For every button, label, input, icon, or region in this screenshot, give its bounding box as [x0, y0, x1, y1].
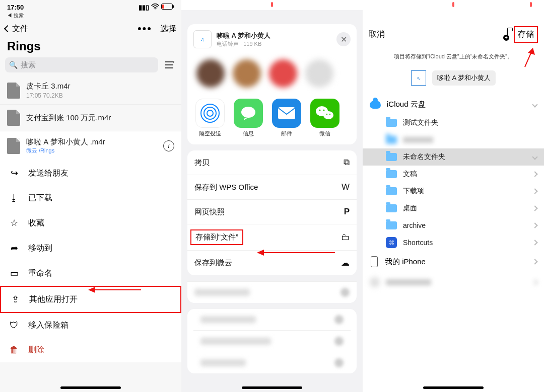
option-save-to-files[interactable]: 存储到“文件” 🗀 [187, 224, 357, 250]
back-button[interactable]: 文件 [5, 24, 28, 34]
app-label: 隔空投送 [195, 130, 225, 137]
action-open-with[interactable]: ⇪ 其他应用打开 [0, 286, 181, 313]
action-label: 删除 [28, 345, 44, 355]
folder-row[interactable]: 下载项 [363, 183, 544, 200]
folder-label: Shortcuts [403, 239, 433, 247]
option-weiyun[interactable]: 保存到微云 ☁ [187, 250, 357, 275]
chevron-right-icon [532, 222, 537, 228]
file-row[interactable]: 支付宝到账 100 万元.m4r [0, 104, 181, 131]
cloud-icon: ☁ [341, 258, 350, 268]
save-header: 取消 + 存储 [363, 18, 544, 51]
chevron-down-icon [532, 102, 537, 107]
share-card: ♫ 哆啦 A 梦和小黄人 电话铃声 · 119 KB ✕ 隔空投送 [187, 24, 357, 144]
svg-point-12 [323, 111, 333, 119]
save-button[interactable]: 存储 [514, 26, 538, 43]
file-row[interactable]: 皮卡丘 3.m4r 17:05 70.2KB [0, 76, 181, 104]
chevron-right-icon [532, 171, 537, 177]
contact-avatar[interactable] [269, 59, 297, 88]
app-mail[interactable]: 邮件 [272, 99, 301, 137]
folder-row[interactable]: 桌面 [363, 200, 544, 217]
save-to-files-panel: 取消 + 存储 项目将存储到“iCloud 云盘”上的“未命名文件夹”。 ∿ 哆… [363, 0, 544, 392]
file-name: 哆啦 A 梦和小黄人 .m4r [26, 137, 157, 147]
status-indicator [271, 2, 273, 7]
app-airdrop[interactable]: 隔空投送 [195, 99, 225, 137]
option-label: 网页快照 [194, 207, 225, 217]
app-label: 信息 [234, 130, 263, 137]
copy-icon: ⧉ [344, 158, 350, 168]
ringtone-file-icon: ♫ [193, 30, 212, 48]
folder-row[interactable]: archive [363, 217, 544, 234]
folder-icon [386, 204, 397, 212]
location-obscured[interactable] [363, 272, 544, 292]
svg-point-9 [241, 107, 255, 118]
option-wps[interactable]: 保存到 WPS Office W [187, 175, 357, 199]
share-apps-row: 隔空投送 信息 邮件 微信 [187, 97, 357, 144]
action-send[interactable]: ↪ 发送给朋友 [0, 161, 181, 186]
page-title: Rings [0, 38, 181, 57]
folder-row[interactable]: ⌘ Shortcuts [363, 234, 544, 251]
folder-row-obscured[interactable] [363, 131, 544, 148]
home-indicator [423, 386, 484, 389]
folder-icon [386, 170, 397, 178]
close-button[interactable]: ✕ [336, 32, 351, 46]
contact-avatar[interactable] [196, 59, 225, 88]
action-label: 收藏 [28, 218, 44, 228]
location-my-iphone[interactable]: 我的 iPhone [363, 251, 544, 272]
action-downloaded[interactable]: ⭳ 已下载 [0, 186, 181, 210]
app-wechat[interactable]: 微信 [310, 99, 339, 137]
icloud-icon [370, 101, 381, 109]
sort-button[interactable] [162, 58, 176, 72]
folder-row[interactable]: 文稿 [363, 166, 544, 183]
share-options-list: 拷贝 ⧉ 保存到 WPS Office W 网页快照 P 存储到“文件” 🗀 保… [187, 150, 357, 275]
battery-low-icon [161, 4, 174, 11]
search-input[interactable]: 🔍 搜索 [5, 57, 158, 72]
file-name: 支付宝到账 100 万元.m4r [26, 113, 174, 123]
save-destination-text: 项目将存储到“iCloud 云盘”上的“未命名文件夹”。 [363, 51, 544, 68]
action-vault[interactable]: 🛡 移入保险箱 [0, 313, 181, 338]
cancel-button[interactable]: 取消 [369, 29, 385, 40]
app-label: 微信 [310, 130, 339, 137]
action-move[interactable]: ➦ 移动到 [0, 236, 181, 261]
contact-avatar[interactable] [305, 59, 333, 88]
rename-icon: ▭ [8, 268, 20, 279]
files-panel: 17:50 ▮▮▯ ◀ 搜索 文件 ••• 选择 Rings 🔍 搜索 [0, 0, 181, 392]
contact-avatar[interactable] [233, 59, 261, 88]
option-obscured[interactable] [187, 281, 357, 303]
breadcrumb: 微云 /Rings [26, 147, 157, 154]
move-icon: ➦ [8, 243, 20, 254]
option-snapshot[interactable]: 网页快照 P [187, 199, 357, 224]
location-icloud[interactable]: iCloud 云盘 [363, 95, 544, 114]
folder-icon [386, 221, 397, 229]
status-right: ▮▮▯ [139, 4, 174, 11]
folder-icon [386, 136, 397, 144]
file-icon [7, 138, 20, 154]
file-name: 皮卡丘 3.m4r [26, 82, 174, 91]
option-label: 保存到 WPS Office [194, 183, 258, 192]
info-button[interactable]: i [163, 140, 174, 151]
share-icon: ↪ [8, 168, 20, 179]
folder-label: 未命名文件夹 [403, 152, 445, 162]
search-icon: 🔍 [9, 61, 18, 69]
option-copy[interactable]: 拷贝 ⧉ [187, 150, 357, 175]
audio-file-icon: ∿ [411, 70, 426, 86]
open-with-icon: ⇪ [9, 294, 21, 305]
select-button[interactable]: 选择 [160, 24, 176, 34]
app-messages[interactable]: 信息 [234, 99, 263, 137]
folder-row[interactable]: 测试文件夹 [363, 114, 544, 131]
svg-rect-10 [278, 107, 295, 119]
app-label: 邮件 [272, 130, 301, 137]
downloaded-icon: ⭳ [8, 193, 20, 203]
new-folder-button[interactable]: + [507, 30, 508, 39]
action-favorite[interactable]: ☆ 收藏 [0, 210, 181, 236]
action-delete[interactable]: 🗑 删除 [0, 338, 181, 362]
action-rename[interactable]: ▭ 重命名 [0, 261, 181, 286]
folder-row-selected[interactable]: 未命名文件夹 [363, 148, 544, 166]
location-label: iCloud 云盘 [387, 100, 426, 109]
obscured-icon [370, 277, 380, 287]
folder-label: 测试文件夹 [403, 118, 438, 127]
chevron-right-icon [532, 259, 537, 264]
file-icon [7, 83, 20, 99]
folder-icon [386, 187, 397, 195]
back-to-search[interactable]: ◀ 搜索 [0, 12, 181, 19]
more-button[interactable]: ••• [138, 22, 152, 35]
